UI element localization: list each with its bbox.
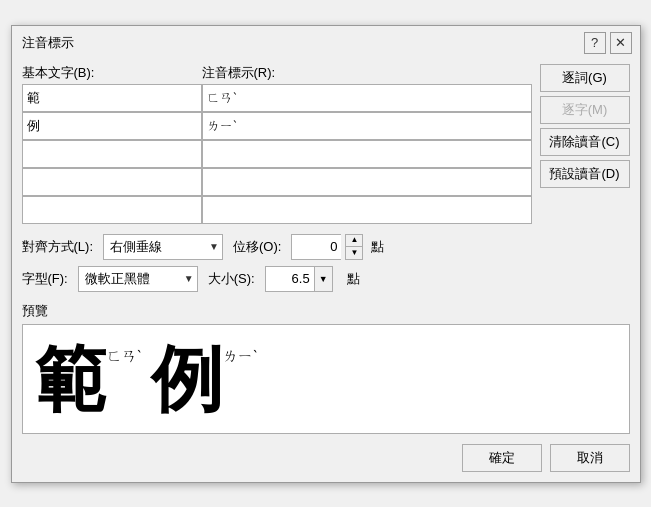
preview-main-char-1: 範 xyxy=(35,343,107,415)
font-label: 字型(F): xyxy=(22,270,68,288)
preview-char-2: 例 ㄌㄧˋ xyxy=(151,343,257,415)
table-row xyxy=(22,140,532,168)
size-wrapper: ▼ xyxy=(265,266,333,292)
clear-reading-button[interactable]: 清除讀音(C) xyxy=(540,128,630,156)
options-row-2: 字型(F): 微軟正黑體新細明體標楷體 ▼ 大小(S): ▼ 點 xyxy=(22,266,630,292)
align-select-wrapper: 右側垂線左側垂線居中對齊平均分配 ▼ xyxy=(103,234,223,260)
offset-spinner: ▲ ▼ xyxy=(345,234,363,260)
phonetic-input-3[interactable] xyxy=(202,168,532,196)
offset-label: 位移(O): xyxy=(233,238,281,256)
offset-unit: 點 xyxy=(371,238,384,256)
size-unit: 點 xyxy=(347,270,360,288)
base-input-0[interactable] xyxy=(22,84,202,112)
cancel-button[interactable]: 取消 xyxy=(550,444,630,472)
base-input-4[interactable] xyxy=(22,196,202,224)
preview-section: 預覽 範 ㄈㄢˋ 例 ㄌㄧˋ xyxy=(22,302,630,434)
default-reading-button[interactable]: 預設讀音(D) xyxy=(540,160,630,188)
align-select[interactable]: 右側垂線左側垂線居中對齊平均分配 xyxy=(103,234,223,260)
offset-group: ▲ ▼ 點 xyxy=(291,234,384,260)
preview-phonetic-2: ㄌㄧˋ xyxy=(223,343,257,366)
phonetic-input-0[interactable] xyxy=(202,84,532,112)
phonetic-label: 注音標示(R): xyxy=(202,64,532,82)
table-row xyxy=(22,84,532,112)
offset-spin-down[interactable]: ▼ xyxy=(346,247,362,259)
font-select-wrapper: 微軟正黑體新細明體標楷體 ▼ xyxy=(78,266,198,292)
top-section: 基本文字(B): 注音標示(R): 逐詞(G) 逐字(M) 清除讀音(C) 預設… xyxy=(22,64,630,224)
base-input-1[interactable] xyxy=(22,112,202,140)
bottom-buttons: 確定 取消 xyxy=(22,444,630,472)
preview-main-char-2: 例 xyxy=(151,343,223,415)
help-button[interactable]: ? xyxy=(584,32,606,54)
preview-phonetic-1: ㄈㄢˋ xyxy=(107,343,141,366)
title-bar: 注音標示 ? ✕ xyxy=(12,26,640,58)
phonetic-input-2[interactable] xyxy=(202,140,532,168)
table-row xyxy=(22,168,532,196)
font-select[interactable]: 微軟正黑體新細明體標楷體 xyxy=(78,266,198,292)
size-input[interactable] xyxy=(265,266,315,292)
per-word-button[interactable]: 逐詞(G) xyxy=(540,64,630,92)
preview-char-1: 範 ㄈㄢˋ xyxy=(35,343,141,415)
table-column-labels: 基本文字(B): 注音標示(R): xyxy=(22,64,532,82)
dialog-body: 基本文字(B): 注音標示(R): 逐詞(G) 逐字(M) 清除讀音(C) 預設… xyxy=(12,58,640,482)
preview-label: 預覽 xyxy=(22,302,630,320)
ok-button[interactable]: 確定 xyxy=(462,444,542,472)
align-label: 對齊方式(L): xyxy=(22,238,94,256)
close-button[interactable]: ✕ xyxy=(610,32,632,54)
table-row xyxy=(22,112,532,140)
base-input-3[interactable] xyxy=(22,168,202,196)
base-input-2[interactable] xyxy=(22,140,202,168)
dialog-container: 注音標示 ? ✕ 基本文字(B): 注音標示(R): 逐詞(G) xyxy=(11,25,641,483)
preview-content: 範 ㄈㄢˋ 例 ㄌㄧˋ xyxy=(35,343,257,415)
preview-box: 範 ㄈㄢˋ 例 ㄌㄧˋ xyxy=(22,324,630,434)
dialog-title: 注音標示 xyxy=(22,34,74,52)
per-char-button[interactable]: 逐字(M) xyxy=(540,96,630,124)
options-row-1: 對齊方式(L): 右側垂線左側垂線居中對齊平均分配 ▼ 位移(O): ▲ ▼ 點 xyxy=(22,234,630,260)
size-label: 大小(S): xyxy=(208,270,255,288)
title-bar-buttons: ? ✕ xyxy=(584,32,632,54)
base-text-label: 基本文字(B): xyxy=(22,64,202,82)
table-row xyxy=(22,196,532,224)
table-section: 基本文字(B): 注音標示(R): xyxy=(22,64,532,224)
offset-input[interactable] xyxy=(291,234,341,260)
phonetic-input-4[interactable] xyxy=(202,196,532,224)
phonetic-input-1[interactable] xyxy=(202,112,532,140)
phonetic-table xyxy=(22,84,532,224)
size-dropdown-icon[interactable]: ▼ xyxy=(315,266,333,292)
offset-spin-up[interactable]: ▲ xyxy=(346,235,362,248)
side-buttons-panel: 逐詞(G) 逐字(M) 清除讀音(C) 預設讀音(D) xyxy=(540,64,630,224)
